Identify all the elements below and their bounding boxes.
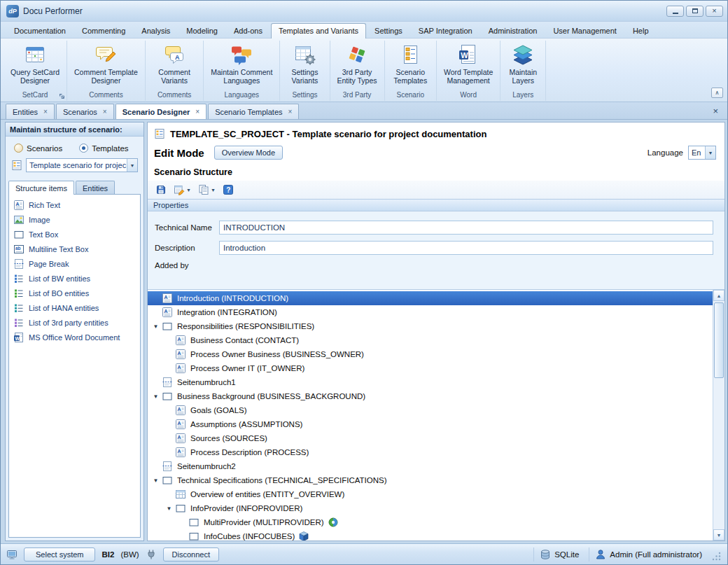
menu-tab-user-management[interactable]: User Management: [545, 23, 624, 38]
chevron-down-icon[interactable]: ▼: [705, 146, 715, 159]
menu-tab-templates-and-variants[interactable]: Templates and Variants: [271, 23, 366, 39]
tree-node-seitenumbruch1[interactable]: Seitenumbruch1: [148, 375, 713, 389]
structure-item-multiline-text-box[interactable]: abMultiline Text Box: [11, 242, 138, 256]
chevron-down-icon[interactable]: ▼: [186, 188, 191, 193]
technical-name-input[interactable]: [219, 221, 713, 235]
scrollbar-thumb[interactable]: [714, 302, 724, 378]
tree-node-infoprovider-infoprovider[interactable]: ▼InfoProvider (INFOPROVIDER): [148, 501, 713, 515]
menu-tab-settings[interactable]: Settings: [367, 23, 410, 38]
ribbon-button-query-setcard-designer[interactable]: Query SetCard Designer: [6, 41, 64, 85]
language-combobox[interactable]: En ▼: [688, 146, 716, 160]
doc-tab-scenario-templates[interactable]: Scenario Templates×: [208, 104, 299, 119]
ribbon-button-maintain-layers[interactable]: Maintain Layers: [504, 41, 542, 85]
rich-text-icon: A: [162, 293, 173, 304]
structure-item-rich-text[interactable]: ARich Text: [11, 198, 138, 212]
structure-item-list-of-3rd-party-entities[interactable]: List of 3rd party entities: [11, 316, 138, 330]
tree-node-assumptions-assumptions[interactable]: AAssumptions (ASSUMPTIONS): [148, 417, 713, 431]
ribbon-button-maintain-comment-languages[interactable]: Maintain Comment Languages: [206, 41, 277, 85]
expander-icon[interactable]: ▼: [163, 505, 175, 512]
doc-tab-entities[interactable]: Entities×: [6, 104, 55, 119]
menu-tab-administration[interactable]: Administration: [481, 23, 545, 38]
ribbon-button-settings-variants[interactable]: Settings Variants: [286, 41, 323, 85]
maximize-button[interactable]: [686, 6, 704, 17]
structure-item-list-of-hana-entities[interactable]: List of HANA entities: [11, 301, 138, 315]
tree-node-multiprovider-multiprovider[interactable]: MultiProvider (MULTIPROVIDER): [148, 515, 713, 529]
structure-item-label: List of HANA entities: [29, 304, 99, 312]
tree-node-introduction-introduction[interactable]: AIntroduction (INTRODUCTION): [148, 291, 713, 305]
sidebar-header: Maintain structure of scenario:: [6, 123, 144, 137]
doc-tab-scenario-designer[interactable]: Scenario Designer×: [115, 104, 206, 119]
description-input[interactable]: [219, 241, 713, 255]
menu-tab-analysis[interactable]: Analysis: [134, 23, 178, 38]
ribbon-group-settings: Settings VariantsSettings: [280, 41, 330, 101]
toolbar-template-dropdown-button[interactable]: ▼: [172, 183, 193, 197]
tree-node-label: Business Background (BUSINESS_BACKGROUND…: [177, 392, 365, 400]
expander-icon[interactable]: ▼: [150, 323, 162, 330]
scroll-up-button[interactable]: ▲: [713, 290, 724, 301]
structure-item-text-box[interactable]: Text Box: [11, 228, 138, 242]
structure-item-image[interactable]: Image: [11, 213, 138, 227]
ribbon-button-comment-variants[interactable]: AComment Variants: [153, 41, 195, 85]
structure-item-list-of-bo-entities[interactable]: List of BO entities: [11, 286, 138, 300]
tree-node-process-owner-business-business-owner[interactable]: AProcess Owner Business (BUSINESS_OWNER): [148, 347, 713, 361]
radio-scenarios[interactable]: Scenarios: [14, 144, 62, 153]
disconnect-button[interactable]: Disconnect: [163, 547, 219, 561]
scroll-down-button[interactable]: ▼: [713, 529, 724, 540]
ribbon-button-word-template-management[interactable]: WWord Template Management: [439, 41, 498, 85]
tree-node-process-description-process[interactable]: AProcess Description (PROCESS): [148, 445, 713, 459]
expander-icon[interactable]: ▼: [150, 393, 162, 400]
tree-node-business-contact-contact[interactable]: ABusiness Contact (CONTACT): [148, 333, 713, 347]
expander-icon[interactable]: ▼: [150, 477, 162, 484]
ribbon-button-label: Query SetCard Designer: [10, 68, 59, 85]
vertical-scrollbar[interactable]: ▲ ▼: [713, 290, 724, 540]
resize-grip[interactable]: [712, 552, 722, 561]
dialog-launcher-button[interactable]: [58, 92, 65, 99]
ribbon-button-scenario-templates[interactable]: Scenario Templates: [388, 41, 432, 85]
tree-node-process-owner-it-it-owner[interactable]: AProcess Owner IT (IT_OWNER): [148, 361, 713, 375]
tree-node-integration-integration[interactable]: AIntegration (INTEGRATION): [148, 305, 713, 319]
toolbar-export-dropdown-button[interactable]: ▼: [196, 183, 218, 197]
sidebar-tab-entities[interactable]: Entities: [76, 181, 115, 195]
structure-item-page-break[interactable]: Page Break: [11, 257, 138, 271]
tab-close-icon[interactable]: ×: [103, 108, 107, 116]
tree-node-technical-specifications-technical-specifications[interactable]: ▼Technical Specifications (TECHNICAL_SPE…: [148, 473, 713, 487]
tree-node-responsibilities-responsibilities[interactable]: ▼Responsibilities (RESPONSIBILITIES): [148, 319, 713, 333]
minimize-button[interactable]: [666, 6, 684, 17]
scenario-template-combobox[interactable]: Template scenario for projec ▼: [26, 158, 138, 172]
select-system-button[interactable]: Select system: [24, 547, 95, 561]
structure-item-ms-office-word-document[interactable]: WMS Office Word Document: [11, 330, 138, 344]
menu-tab-sap-integration[interactable]: SAP Integration: [411, 23, 480, 38]
overview-mode-button[interactable]: Overview Mode: [214, 146, 283, 160]
doc-tab-scenarios[interactable]: Scenarios×: [56, 104, 114, 119]
menu-tab-modeling[interactable]: Modeling: [178, 23, 225, 38]
scrollbar-track[interactable]: [713, 301, 724, 529]
collapse-ribbon-button[interactable]: ∧: [711, 88, 723, 98]
ribbon-button-comment-template-designer[interactable]: Comment Template Designer: [69, 41, 143, 85]
tree-node-label: Overview of entities (ENTITY_OVERVIEW): [190, 490, 344, 498]
tree-node-seitenumbruch2[interactable]: Seitenumbruch2: [148, 459, 713, 473]
tree-node-business-background-business-background[interactable]: ▼Business Background (BUSINESS_BACKGROUN…: [148, 389, 713, 403]
ribbon-button-3rd-party-entity-types[interactable]: 3rd Party Entity Types: [332, 41, 382, 85]
tab-close-icon[interactable]: ×: [195, 108, 200, 116]
tree-node-infocubes-infocubes[interactable]: InfoCubes (INFOCUBES): [148, 529, 713, 540]
tree-node-overview-of-entities-entity-overview[interactable]: Overview of entities (ENTITY_OVERVIEW): [148, 487, 713, 501]
chevron-down-icon[interactable]: ▼: [211, 188, 216, 193]
tabstrip-close-icon[interactable]: ×: [709, 104, 722, 118]
tab-close-icon[interactable]: ×: [288, 108, 293, 116]
chevron-down-icon[interactable]: ▼: [127, 159, 137, 172]
svg-text:W: W: [461, 51, 468, 60]
structure-item-list-of-bw-entities[interactable]: List of BW entities: [11, 272, 138, 286]
radio-templates[interactable]: Templates: [79, 144, 128, 153]
menu-tab-documentation[interactable]: Documentation: [6, 23, 74, 38]
close-button[interactable]: ×: [706, 6, 723, 17]
toolbar-help-button[interactable]: ?: [220, 183, 236, 197]
tree-node-goals-goals[interactable]: AGoals (GOALS): [148, 403, 713, 417]
toolbar-save-button[interactable]: [153, 183, 169, 197]
tree-node-sources-sources[interactable]: ASources (SOURCES): [148, 431, 713, 445]
sidebar-tab-structure-items[interactable]: Structure items: [8, 181, 74, 195]
menu-tab-help[interactable]: Help: [625, 23, 657, 38]
tab-close-icon[interactable]: ×: [43, 108, 48, 116]
ribbon-button-label: Comment Variants: [158, 68, 190, 85]
menu-tab-add-ons[interactable]: Add-ons: [226, 23, 270, 38]
menu-tab-commenting[interactable]: Commenting: [74, 23, 133, 38]
